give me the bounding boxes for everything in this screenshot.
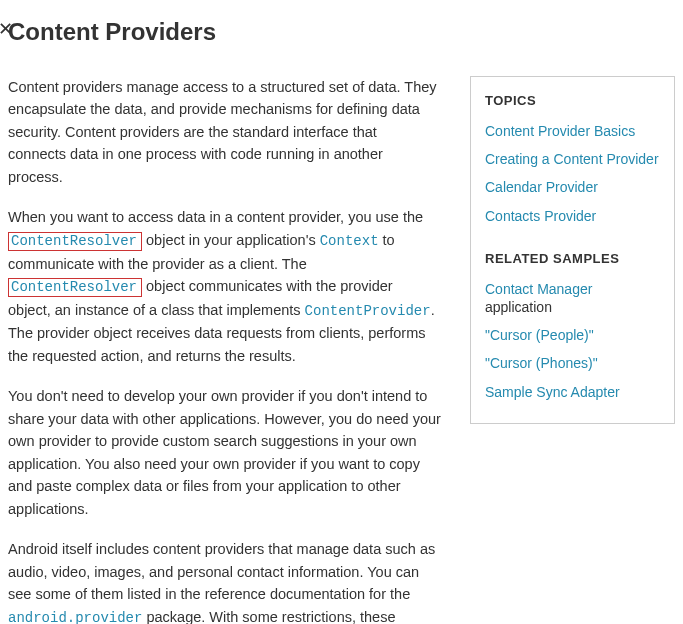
android-provider-link[interactable]: android.provider <box>8 610 142 625</box>
topic-link-calendar[interactable]: Calendar Provider <box>485 179 598 195</box>
close-icon: ✕ <box>0 18 13 40</box>
related-samples-heading: RELATED SAMPLES <box>485 251 660 266</box>
contentresolver-link-2[interactable]: ContentResolver <box>8 278 142 297</box>
main-column: Content providers manage access to a str… <box>8 76 446 624</box>
sample-link-sync-adapter[interactable]: Sample Sync Adapter <box>485 384 620 400</box>
text-segment: Android itself includes content provider… <box>8 541 435 602</box>
sample-suffix: application <box>485 299 552 315</box>
android-providers-paragraph: Android itself includes content provider… <box>8 538 446 624</box>
contentresolver-link-1[interactable]: ContentResolver <box>8 232 142 251</box>
topic-link-basics[interactable]: Content Provider Basics <box>485 123 635 139</box>
intro-paragraph: Content providers manage access to a str… <box>8 76 438 188</box>
sidebar: TOPICS Content Provider Basics Creating … <box>470 76 675 424</box>
contentprovider-link[interactable]: ContentProvider <box>305 303 431 319</box>
page-title: Content Providers <box>8 18 675 46</box>
topic-link-creating[interactable]: Creating a Content Provider <box>485 151 659 167</box>
sample-link-cursor-people[interactable]: "Cursor (People)" <box>485 327 594 343</box>
sample-link-contact-manager[interactable]: Contact Manager <box>485 281 592 297</box>
topics-list: Content Provider Basics Creating a Conte… <box>485 122 660 225</box>
resolver-paragraph: When you want to access data in a conten… <box>8 206 438 367</box>
own-provider-paragraph: You don't need to develop your own provi… <box>8 385 446 520</box>
topics-heading: TOPICS <box>485 93 660 108</box>
samples-list: Contact Manager application "Cursor (Peo… <box>485 280 660 401</box>
context-link[interactable]: Context <box>320 233 379 249</box>
sample-link-cursor-phones[interactable]: "Cursor (Phones)" <box>485 355 598 371</box>
text-segment: object in your application's <box>142 232 320 248</box>
topic-link-contacts[interactable]: Contacts Provider <box>485 208 596 224</box>
content-area: Content providers manage access to a str… <box>8 76 675 624</box>
text-segment: When you want to access data in a conten… <box>8 209 423 225</box>
